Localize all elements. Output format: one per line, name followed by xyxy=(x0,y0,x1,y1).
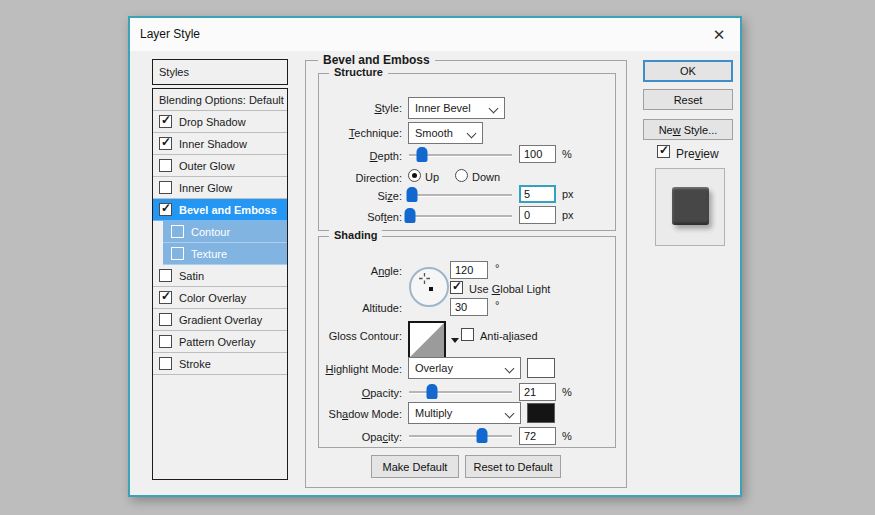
sidebar-item-color-overlay[interactable]: Color Overlay xyxy=(153,287,287,309)
stroke-checkbox[interactable] xyxy=(159,357,172,370)
anti-aliased-label: Anti-aliased xyxy=(480,330,538,342)
sidebar-item-drop-shadow[interactable]: Drop Shadow xyxy=(153,111,287,133)
gloss-contour-label: Gloss Contour: xyxy=(319,329,402,343)
dialog-title: Layer Style xyxy=(140,27,200,41)
soften-slider-thumb[interactable] xyxy=(405,208,416,223)
technique-label: Technique: xyxy=(319,126,402,140)
shading-legend: Shading xyxy=(329,229,382,241)
sidebar-item-label: Stroke xyxy=(179,358,211,370)
slider-track[interactable] xyxy=(409,194,512,196)
outer-glow-checkbox[interactable] xyxy=(159,159,172,172)
sidebar-item-satin[interactable]: Satin xyxy=(153,265,287,287)
sidebar-item-gradient-overlay[interactable]: Gradient Overlay xyxy=(153,309,287,331)
altitude-unit: ° xyxy=(495,299,499,311)
highlight-color-swatch[interactable] xyxy=(527,358,555,378)
depth-input[interactable] xyxy=(519,145,556,163)
sidebar-item-blending-options[interactable]: Blending Options: Default xyxy=(153,89,287,111)
highlight-opacity-input[interactable] xyxy=(519,383,556,401)
bevel-emboss-checkbox[interactable] xyxy=(159,203,172,216)
pattern-overlay-checkbox[interactable] xyxy=(159,335,172,348)
shadow-mode-label: Shadow Mode: xyxy=(319,407,402,421)
ok-button[interactable]: OK xyxy=(643,60,733,82)
gloss-contour-dropdown-arrow[interactable] xyxy=(448,326,461,354)
use-global-light-label: Use Global Light xyxy=(469,283,550,295)
altitude-input[interactable] xyxy=(450,298,488,316)
direction-down-radio[interactable] xyxy=(455,169,468,182)
reset-button[interactable]: Reset xyxy=(643,89,733,110)
highlight-opacity-label: Opacity: xyxy=(319,386,402,400)
drop-shadow-checkbox[interactable] xyxy=(159,115,172,128)
sidebar-item-bevel-and-emboss[interactable]: Bevel and Emboss xyxy=(153,199,287,221)
angle-input[interactable] xyxy=(450,261,488,279)
sidebar-item-contour[interactable]: Contour xyxy=(163,221,287,243)
color-overlay-checkbox[interactable] xyxy=(159,291,172,304)
sidebar-item-label: Satin xyxy=(179,270,204,282)
sidebar-item-texture[interactable]: Texture xyxy=(163,243,287,265)
contour-checkbox[interactable] xyxy=(171,225,184,238)
sidebar-item-styles[interactable]: Styles xyxy=(152,59,288,85)
shadow-opacity-input[interactable] xyxy=(519,427,556,445)
sidebar-item-inner-glow[interactable]: Inner Glow xyxy=(153,177,287,199)
chevron-down-icon xyxy=(489,104,499,114)
depth-label: Depth: xyxy=(319,149,402,163)
bevel-emboss-panel: Bevel and Emboss Structure Style: Inner … xyxy=(305,60,627,488)
satin-checkbox[interactable] xyxy=(159,269,172,282)
sidebar-item-label: Inner Shadow xyxy=(179,138,247,150)
sidebar-item-pattern-overlay[interactable]: Pattern Overlay xyxy=(153,331,287,353)
depth-slider-thumb[interactable] xyxy=(417,147,428,162)
size-input[interactable] xyxy=(519,185,556,203)
sidebar-item-inner-shadow[interactable]: Inner Shadow xyxy=(153,133,287,155)
gloss-contour-picker[interactable] xyxy=(408,321,462,359)
slider-track[interactable] xyxy=(409,435,512,437)
highlight-opacity-slider[interactable] xyxy=(409,384,512,400)
chevron-down-icon xyxy=(505,364,515,374)
direction-up-radio[interactable] xyxy=(408,169,421,182)
slider-track[interactable] xyxy=(409,391,512,393)
sidebar-item-stroke[interactable]: Stroke xyxy=(153,353,287,375)
close-icon[interactable]: ✕ xyxy=(704,21,734,48)
style-select[interactable]: Inner Bevel xyxy=(408,97,505,119)
size-label: Size: xyxy=(319,189,402,203)
sidebar-item-label: Pattern Overlay xyxy=(179,336,255,348)
preview-bevel-square xyxy=(672,187,709,225)
angle-dial[interactable] xyxy=(409,267,449,307)
depth-unit: % xyxy=(562,148,572,160)
shadow-opacity-slider[interactable] xyxy=(409,428,512,444)
shadow-color-swatch[interactable] xyxy=(527,403,555,423)
reset-to-default-button[interactable]: Reset to Default xyxy=(465,455,561,478)
direction-up-label: Up xyxy=(425,171,439,183)
title-bar[interactable]: Layer Style ✕ xyxy=(130,18,740,51)
anti-aliased-checkbox[interactable] xyxy=(461,328,474,341)
sidebar-item-label: Color Overlay xyxy=(179,292,246,304)
sidebar-item-outer-glow[interactable]: Outer Glow xyxy=(153,155,287,177)
size-slider[interactable] xyxy=(409,187,512,203)
shadow-opacity-slider-thumb[interactable] xyxy=(477,428,488,443)
soften-input[interactable] xyxy=(519,206,556,224)
shadow-opacity-label: Opacity: xyxy=(319,430,402,444)
triangle-down-icon xyxy=(451,338,459,343)
chevron-down-icon xyxy=(505,409,515,419)
depth-slider[interactable] xyxy=(409,147,512,163)
gradient-overlay-checkbox[interactable] xyxy=(159,313,172,326)
size-slider-thumb[interactable] xyxy=(407,187,418,202)
contour-shape-icon xyxy=(410,323,444,357)
technique-select[interactable]: Smooth xyxy=(408,122,483,144)
soften-slider[interactable] xyxy=(409,208,512,224)
preview-checkbox[interactable] xyxy=(657,145,670,158)
slider-track[interactable] xyxy=(409,215,512,217)
texture-checkbox[interactable] xyxy=(171,247,184,260)
make-default-button[interactable]: Make Default xyxy=(371,455,459,478)
highlight-opacity-unit: % xyxy=(562,386,572,398)
sidebar-item-label: Blending Options: Default xyxy=(159,94,284,106)
highlight-opacity-slider-thumb[interactable] xyxy=(426,384,437,399)
new-style-button[interactable]: New Style... xyxy=(643,119,733,140)
shadow-mode-select[interactable]: Multiply xyxy=(408,402,521,424)
inner-shadow-checkbox[interactable] xyxy=(159,137,172,150)
highlight-mode-select[interactable]: Overlay xyxy=(408,357,521,379)
gloss-contour-thumbnail[interactable] xyxy=(408,321,446,359)
sidebar-item-label: Texture xyxy=(191,248,227,260)
use-global-light-checkbox[interactable] xyxy=(450,281,463,294)
technique-select-value: Smooth xyxy=(415,127,453,139)
inner-glow-checkbox[interactable] xyxy=(159,181,172,194)
shading-group: Shading Angle: ° Use Global Light Altitu… xyxy=(318,236,616,448)
